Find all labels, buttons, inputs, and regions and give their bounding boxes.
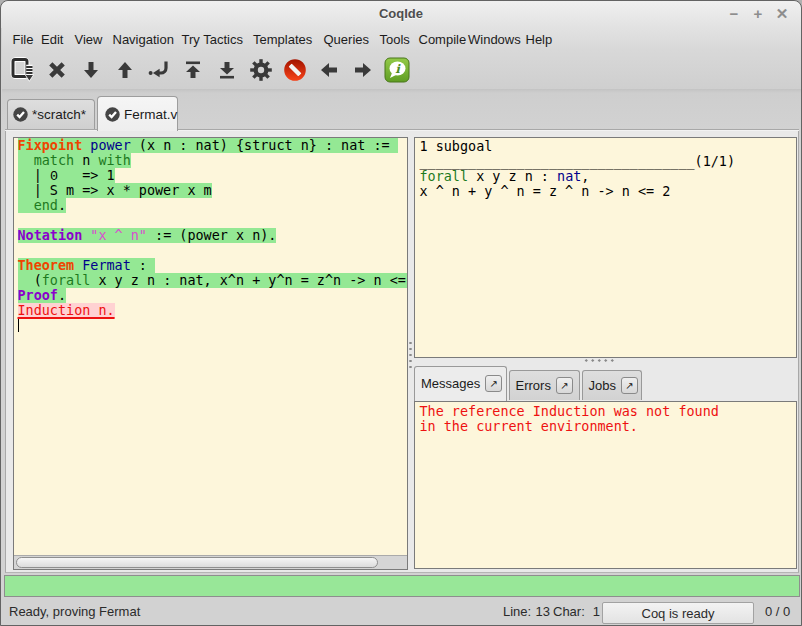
code-segment: , (581, 169, 589, 184)
code-text: Theorem Fermat : (18, 258, 156, 273)
menu-windows[interactable]: Windows (463, 30, 526, 49)
arrow-down-icon (79, 58, 103, 82)
code-text: The reference Induction was not found (420, 404, 719, 419)
code-segment (18, 153, 34, 168)
code-text: __________________________________(1/1) (420, 154, 736, 169)
backward-button[interactable] (108, 53, 142, 87)
menu-queries[interactable]: Queries (319, 30, 375, 49)
detach-errors-button[interactable]: ↗ (556, 377, 573, 394)
close-doc-button[interactable] (40, 53, 74, 87)
menu-try-tactics[interactable]: Try Tactics (177, 30, 248, 49)
jump-to-cursor-icon (146, 57, 172, 83)
code-text: x ^ n + y ^ n = z ^ n -> n <= 2 (420, 184, 671, 199)
menu-bar: File Edit View Navigation Try Tactics Te… (2, 28, 802, 50)
tab-label: Errors (516, 378, 551, 393)
code-text: forall x y z n : nat, (420, 169, 590, 184)
fully-check-button[interactable] (244, 53, 278, 87)
menu-help[interactable]: Help (521, 30, 558, 49)
messages-view[interactable]: The reference Induction was not foundin … (414, 401, 797, 570)
minimize-button[interactable]: − (723, 1, 745, 27)
tab-jobs[interactable]: Jobs ↗ (582, 370, 642, 400)
title-bar[interactable]: CoqIde − + ✕ (1, 1, 801, 28)
go-to-cursor-button[interactable] (142, 53, 176, 87)
code-text: | 0 => 1 (18, 168, 115, 183)
menu-view[interactable]: View (70, 30, 108, 49)
save-button[interactable] (6, 53, 40, 87)
toolbar: i (2, 50, 802, 89)
tab-messages[interactable]: Messages ↗ (414, 366, 507, 401)
text-cursor (18, 319, 20, 332)
close-button[interactable]: ✕ (771, 1, 793, 27)
code-text: Notation "x ^ n" := (power x n). (18, 228, 277, 243)
code-line: Fixpoint power (x n : nat) {struct n} : … (18, 138, 408, 153)
code-segment: __________________________________(1/1) (420, 154, 736, 169)
tab-scratch[interactable]: *scratch* (7, 99, 95, 129)
scrollbar-thumb[interactable] (16, 557, 378, 568)
editor-tab-bar: *scratch* Fermat.v (2, 89, 802, 130)
code-text: (forall x y z n : nat, x^n + y^n = z^n -… (18, 273, 409, 288)
detach-messages-button[interactable]: ↗ (485, 375, 502, 392)
code-line: end. (18, 198, 408, 213)
goal-text: 1 subgoal_______________________________… (420, 139, 796, 199)
arrow-up-icon (113, 58, 137, 82)
goal-view[interactable]: 1 subgoal_______________________________… (414, 137, 797, 358)
code-segment: ( (18, 273, 42, 288)
script-editor[interactable]: Fixpoint power (x n : nat) {struct n} : … (13, 137, 408, 570)
code-line: match n with (18, 153, 408, 168)
code-segment: match (34, 153, 74, 168)
code-text: Induction n. (18, 303, 115, 318)
task-counter: 0 / 0 (765, 604, 790, 619)
tab-fermat[interactable]: Fermat.v (97, 96, 178, 131)
code-line: x ^ n + y ^ n = z ^ n -> n <= 2 (420, 184, 796, 199)
code-segment: nat (557, 169, 581, 184)
tab-errors[interactable]: Errors ↗ (509, 370, 580, 400)
menu-templates[interactable]: Templates (248, 30, 317, 49)
coqide-window: CoqIde − + ✕ File Edit View Navigation T… (0, 0, 802, 626)
code-segment: Induction n. (18, 303, 115, 318)
code-line: (forall x y z n : nat, x^n + y^n = z^n -… (18, 273, 408, 288)
about-button[interactable]: i (380, 53, 414, 87)
code-segment: x y z n : nat, x^n + y^n = z^n -> n <= 2… (90, 273, 408, 288)
maximize-button[interactable]: + (747, 1, 769, 27)
tab-label: Messages (421, 376, 480, 391)
vertical-splitter-handle[interactable] (409, 340, 412, 370)
code-segment: forall (42, 273, 91, 288)
tab-label: *scratch* (32, 107, 86, 122)
save-icon (10, 57, 36, 83)
horizontal-scrollbar[interactable] (14, 555, 407, 569)
code-segment (18, 198, 34, 213)
code-line: forall x y z n : nat, (420, 169, 796, 184)
code-segment: | S m => x * power x m (18, 183, 212, 198)
next-button[interactable] (346, 53, 380, 87)
forward-button[interactable] (74, 53, 108, 87)
code-line: Theorem Fermat : (18, 258, 408, 273)
messages-text: The reference Induction was not foundin … (420, 404, 796, 434)
code-line: __________________________________(1/1) (420, 154, 796, 169)
code-segment: => 1 (58, 168, 115, 183)
code-segment: x ^ n + y ^ n = z ^ n -> n <= 2 (420, 184, 671, 199)
code-line: | 0 => 1 (18, 168, 408, 183)
code-segment: Fermat (82, 258, 131, 273)
detach-jobs-button[interactable]: ↗ (621, 377, 638, 394)
code-segment: Theorem (18, 258, 75, 273)
restart-button[interactable] (176, 53, 210, 87)
line-value: 13 (532, 604, 550, 619)
code-text: Proof. (18, 288, 67, 303)
close-icon (45, 58, 69, 82)
code-segment: in the current environment. (420, 419, 638, 434)
menu-file[interactable]: File (8, 30, 39, 49)
menu-tools[interactable]: Tools (375, 30, 415, 49)
arrow-left-icon (317, 58, 341, 82)
previous-button[interactable] (312, 53, 346, 87)
menu-navigation[interactable]: Navigation (108, 30, 179, 49)
menu-edit[interactable]: Edit (36, 30, 68, 49)
code-segment: := (power x n). (147, 228, 276, 243)
horizontal-splitter-handle[interactable] (583, 359, 615, 362)
go-to-end-button[interactable] (210, 53, 244, 87)
arrow-right-icon (351, 58, 375, 82)
code-segment: 1 subgoal (420, 139, 493, 154)
code-text: Fixpoint power (x n : nat) {struct n} : … (18, 138, 398, 153)
code-segment: forall (420, 169, 469, 184)
interrupt-button[interactable] (278, 53, 312, 87)
code-text: | S m => x * power x m (18, 183, 212, 198)
